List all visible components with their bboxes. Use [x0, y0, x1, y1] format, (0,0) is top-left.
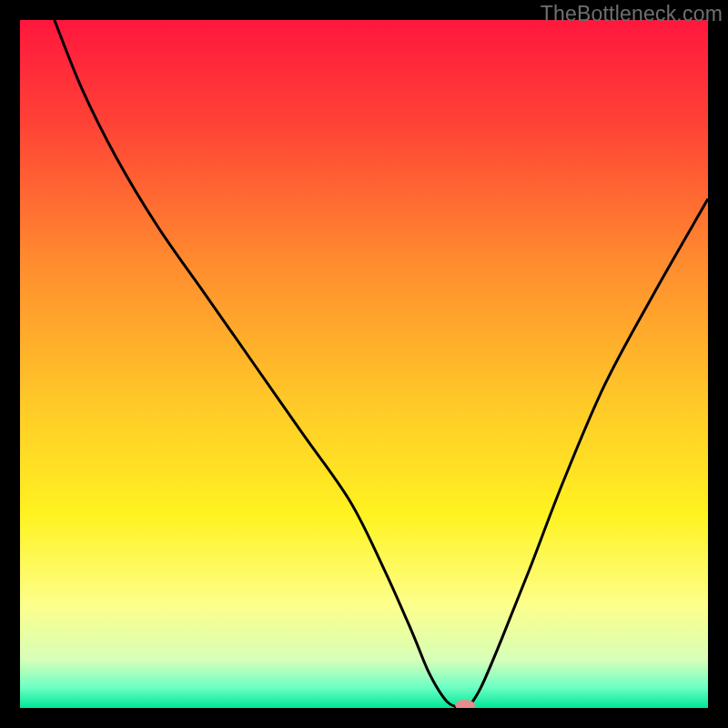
chart-frame: TheBottleneck.com [0, 0, 728, 728]
watermark-text: TheBottleneck.com [541, 2, 723, 26]
bottleneck-chart [20, 20, 708, 708]
chart-background [20, 20, 708, 708]
